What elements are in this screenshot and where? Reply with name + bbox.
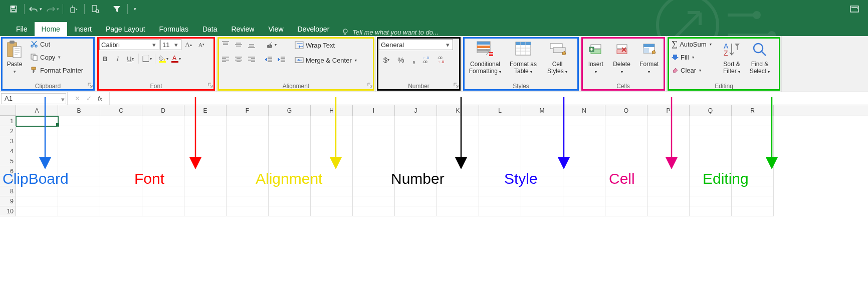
cell[interactable]	[479, 186, 521, 196]
cell[interactable]	[732, 196, 774, 206]
cell[interactable]	[479, 136, 521, 146]
cell[interactable]	[227, 116, 269, 126]
cell[interactable]	[269, 126, 311, 136]
ribbon-options-icon[interactable]	[846, 2, 863, 16]
cell[interactable]	[395, 146, 437, 156]
cut-button[interactable]: Cut	[28, 38, 85, 50]
cell[interactable]	[227, 156, 269, 166]
tab-file[interactable]: File	[9, 22, 35, 36]
cell[interactable]	[647, 156, 690, 166]
row-header[interactable]: 8	[0, 186, 16, 196]
filter-icon[interactable]	[108, 2, 125, 16]
dialog-launcher-icon[interactable]	[367, 82, 373, 88]
cell[interactable]	[227, 126, 269, 136]
cell[interactable]	[100, 196, 142, 206]
cell[interactable]	[311, 186, 353, 196]
cell[interactable]	[690, 206, 732, 216]
cell[interactable]	[100, 206, 142, 216]
cell[interactable]	[100, 116, 142, 126]
cell[interactable]	[184, 126, 227, 136]
cell[interactable]	[437, 186, 479, 196]
cell[interactable]	[184, 156, 227, 166]
cell[interactable]	[227, 136, 269, 146]
cell[interactable]	[690, 116, 732, 126]
cell[interactable]	[353, 146, 395, 156]
cell[interactable]	[269, 146, 311, 156]
cell[interactable]	[353, 196, 395, 206]
cell[interactable]	[353, 186, 395, 196]
cell[interactable]	[395, 196, 437, 206]
tab-home[interactable]: Home	[35, 22, 67, 36]
cell[interactable]	[605, 196, 647, 206]
cell[interactable]	[58, 196, 100, 206]
cell[interactable]	[311, 146, 353, 156]
grow-font-icon[interactable]: A▴	[182, 39, 194, 50]
cell[interactable]	[227, 186, 269, 196]
orientation-icon[interactable]: ab▾	[263, 39, 280, 50]
cell[interactable]	[16, 206, 58, 216]
cell[interactable]	[732, 186, 774, 196]
cell[interactable]	[605, 126, 647, 136]
cell[interactable]	[563, 116, 605, 126]
cell[interactable]	[58, 146, 100, 156]
fill-button[interactable]: Fill▾	[670, 51, 718, 63]
row-header[interactable]: 4	[0, 146, 16, 156]
save-icon[interactable]	[5, 2, 22, 16]
tab-insert[interactable]: Insert	[67, 22, 99, 36]
italic-icon[interactable]: I	[112, 53, 124, 64]
column-header[interactable]: D	[142, 105, 184, 116]
cell[interactable]	[437, 116, 479, 126]
cell[interactable]	[479, 156, 521, 166]
cell[interactable]	[521, 156, 563, 166]
cell[interactable]	[311, 196, 353, 206]
cell[interactable]	[563, 136, 605, 146]
cell[interactable]	[479, 116, 521, 126]
cell[interactable]	[395, 156, 437, 166]
number-format-combo[interactable]: General▾	[379, 39, 453, 50]
cell[interactable]	[311, 206, 353, 216]
cell[interactable]	[184, 196, 227, 206]
font-color-icon[interactable]: A▾	[170, 53, 182, 64]
align-left-icon[interactable]	[220, 54, 232, 65]
row-header[interactable]: 10	[0, 206, 16, 216]
conditional-formatting-button[interactable]: Conditional Formatting ▾	[465, 38, 505, 75]
cell[interactable]	[184, 146, 227, 156]
cell[interactable]	[690, 126, 732, 136]
select-all-corner[interactable]	[0, 105, 16, 116]
copy-button[interactable]: Copy▾	[28, 51, 85, 63]
column-header[interactable]: G	[269, 105, 311, 116]
dialog-launcher-icon[interactable]	[208, 82, 214, 88]
cell[interactable]	[353, 136, 395, 146]
format-as-table-button[interactable]: Format as Table ▾	[505, 38, 541, 75]
cell[interactable]	[647, 206, 690, 216]
cell[interactable]	[690, 156, 732, 166]
cell[interactable]	[100, 136, 142, 146]
percent-icon[interactable]: %	[395, 54, 407, 65]
cell[interactable]	[100, 146, 142, 156]
comma-icon[interactable]: ,	[408, 54, 420, 65]
cell[interactable]	[353, 116, 395, 126]
cell[interactable]	[521, 186, 563, 196]
align-middle-icon[interactable]	[233, 39, 245, 50]
cell[interactable]	[16, 156, 58, 166]
cell[interactable]	[269, 156, 311, 166]
font-size-combo[interactable]: 11▾	[160, 39, 181, 50]
cell[interactable]	[732, 136, 774, 146]
cell[interactable]	[353, 176, 395, 186]
worksheet-grid[interactable]: ABCDEFGHIJKLMNOPQR 12345678910	[0, 105, 868, 301]
cell[interactable]	[563, 166, 605, 176]
cell[interactable]	[311, 136, 353, 146]
column-header[interactable]: N	[563, 105, 605, 116]
cell[interactable]	[227, 196, 269, 206]
row-header[interactable]: 9	[0, 196, 16, 206]
cell[interactable]	[732, 206, 774, 216]
increase-indent-icon[interactable]	[276, 54, 288, 65]
column-header[interactable]: B	[58, 105, 100, 116]
name-box[interactable]: A1▾	[1, 93, 66, 104]
cell[interactable]	[732, 116, 774, 126]
cell[interactable]	[479, 196, 521, 206]
find-select-button[interactable]: Find & Select ▾	[746, 38, 774, 75]
cell[interactable]	[521, 146, 563, 156]
cell[interactable]	[521, 196, 563, 206]
cell[interactable]	[437, 196, 479, 206]
